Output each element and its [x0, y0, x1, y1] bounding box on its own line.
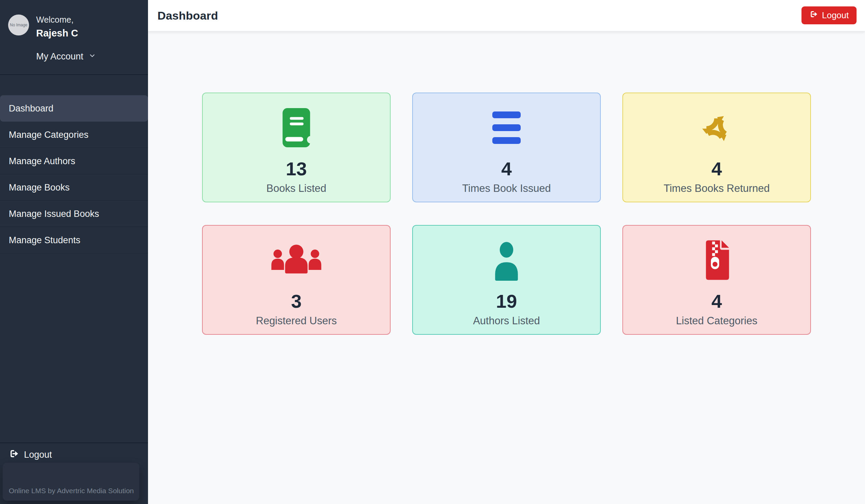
recycle-icon	[697, 107, 736, 148]
sidebar-item-manage-authors[interactable]: Manage Authors	[0, 148, 148, 174]
stat-value: 19	[496, 292, 517, 311]
stat-value: 4	[501, 160, 511, 178]
sign-out-icon	[809, 10, 817, 21]
stat-card-listed-categories: 4 Listed Categories	[622, 225, 811, 335]
sidebar-footer-text: Online LMS by Advertric Media Solution	[9, 487, 134, 495]
stat-value: 3	[291, 292, 301, 311]
avatar: No Image	[8, 14, 29, 35]
users-icon	[270, 240, 323, 280]
stat-cards-grid: 13 Books Listed 4 Times Book Issued	[202, 93, 811, 335]
sidebar-nav: Dashboard Manage Categories Manage Autho…	[0, 95, 148, 253]
user-icon	[488, 240, 524, 280]
my-account-label: My Account	[36, 51, 83, 62]
bars-icon	[489, 107, 524, 148]
stat-label: Authors Listed	[473, 315, 540, 327]
welcome-text: Welcome,	[36, 15, 74, 25]
sidebar-divider	[0, 443, 148, 443]
stat-value: 4	[711, 292, 722, 311]
sidebar-bottom-panel	[3, 463, 139, 501]
sign-out-icon	[9, 449, 18, 461]
sidebar-item-manage-issued-books[interactable]: Manage Issued Books	[0, 201, 148, 227]
chevron-down-icon	[89, 51, 96, 62]
stat-label: Times Book Issued	[462, 183, 551, 195]
stat-label: Registered Users	[256, 315, 336, 327]
stat-card-books-listed: 13 Books Listed	[202, 93, 391, 202]
page-title: Dashboard	[158, 9, 218, 22]
zip-file-icon	[700, 240, 734, 280]
sidebar-item-manage-categories[interactable]: Manage Categories	[0, 121, 148, 148]
sidebar-divider	[0, 74, 148, 75]
stat-card-times-books-returned: 4 Times Books Returned	[622, 93, 811, 202]
sidebar-logout-label: Logout	[24, 449, 52, 460]
sidebar-item-manage-students[interactable]: Manage Students	[0, 227, 148, 253]
stat-card-times-book-issued: 4 Times Book Issued	[412, 93, 601, 202]
sidebar: No Image Welcome, Rajesh C My Account Da…	[0, 0, 148, 504]
book-icon	[279, 107, 314, 148]
main-content: 13 Books Listed 4 Times Book Issued	[148, 32, 865, 504]
logout-button-label: Logout	[822, 10, 849, 21]
avatar-placeholder-text: No Image	[10, 23, 27, 27]
stat-label: Listed Categories	[676, 315, 757, 327]
username-text: Rajesh C	[36, 28, 78, 39]
sidebar-logout[interactable]: Logout	[9, 447, 52, 462]
logout-button[interactable]: Logout	[801, 7, 856, 24]
top-header: Dashboard Logout	[148, 0, 865, 32]
stat-value: 4	[711, 160, 722, 178]
sidebar-item-dashboard[interactable]: Dashboard	[0, 95, 148, 121]
sidebar-item-manage-books[interactable]: Manage Books	[0, 174, 148, 201]
stat-card-registered-users: 3 Registered Users	[202, 225, 391, 335]
stat-label: Books Listed	[266, 183, 326, 195]
stat-value: 13	[286, 160, 307, 178]
stat-label: Times Books Returned	[664, 183, 770, 195]
app-screen: No Image Welcome, Rajesh C My Account Da…	[0, 0, 865, 504]
my-account-menu[interactable]: My Account	[36, 51, 96, 62]
stat-card-authors-listed: 19 Authors Listed	[412, 225, 601, 335]
